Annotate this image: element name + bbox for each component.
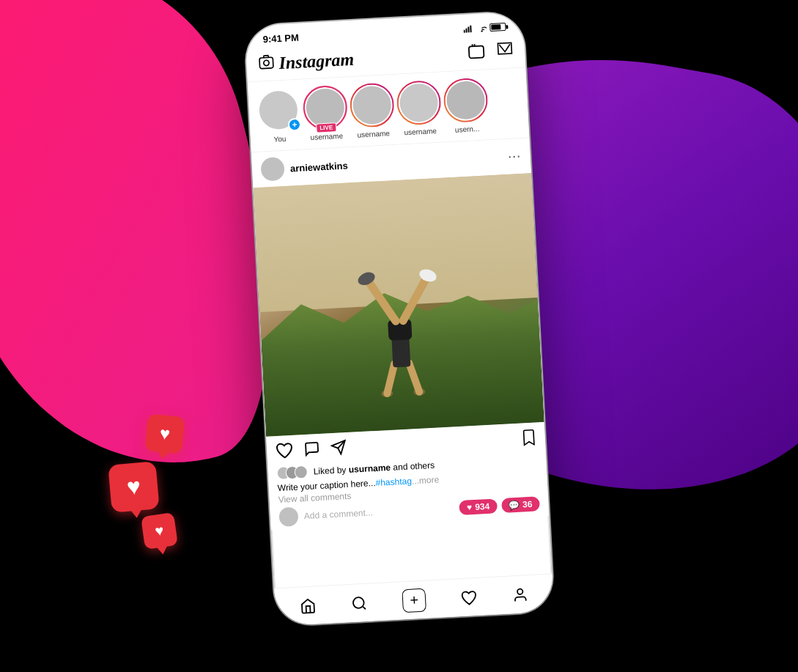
svg-rect-3 — [470, 25, 472, 32]
likes-avatars — [276, 465, 303, 480]
svg-rect-0 — [463, 29, 465, 32]
share-button[interactable] — [330, 439, 347, 460]
svg-line-18 — [401, 278, 429, 321]
phone-screen: 9:41 PM — [244, 12, 553, 627]
story-avatar-live — [305, 88, 345, 128]
story-avatar-wrap-you: + — [255, 87, 301, 133]
heart-icon-large: ♥ — [125, 473, 141, 501]
svg-rect-5 — [259, 57, 273, 69]
story-ring-1 — [349, 82, 395, 128]
likes-count: 934 — [474, 501, 489, 512]
post-actions: Liked by usurname and others Write your … — [266, 422, 549, 531]
story-item-1[interactable]: username — [349, 82, 396, 139]
svg-line-14 — [409, 363, 419, 393]
story-item-3[interactable]: usern... — [442, 77, 489, 134]
story-ring-2 — [396, 80, 442, 126]
nav-search-button[interactable] — [350, 594, 367, 611]
story-item-you[interactable]: + You — [255, 87, 302, 144]
svg-line-17 — [368, 279, 396, 322]
heart-float-medium: ♥ — [145, 414, 185, 454]
story-avatar-wrap-live: LIVE — [302, 84, 348, 130]
phone-device: 9:41 PM — [244, 12, 553, 627]
heart-float-large: ♥ — [108, 461, 159, 512]
story-item-2[interactable]: username — [396, 80, 443, 137]
heart-icon-small: ♥ — [154, 522, 165, 539]
story-label-live: username — [310, 132, 343, 141]
status-time: 9:41 PM — [262, 32, 299, 45]
heart-float-small: ♥ — [141, 512, 178, 550]
svg-rect-1 — [465, 28, 467, 32]
story-avatar-3 — [446, 81, 486, 121]
comment-input[interactable]: Add a comment... — [303, 503, 454, 521]
signal-icon — [463, 25, 474, 33]
svg-point-4 — [481, 30, 483, 32]
nav-home-button[interactable] — [299, 597, 316, 614]
likes-badge: ♥ 934 — [459, 498, 497, 515]
story-avatar-wrap-2 — [396, 80, 442, 126]
action-buttons-left — [275, 439, 347, 463]
engagement-badges: ♥ 934 💬 36 — [459, 496, 539, 515]
story-ring-3 — [442, 77, 488, 123]
camera-icon[interactable] — [257, 53, 274, 75]
nav-heart-button[interactable] — [460, 588, 477, 605]
handstand-figure — [336, 243, 462, 425]
post-user[interactable]: arniewatkins — [260, 153, 348, 181]
hashtag[interactable]: #hashtag — [375, 476, 412, 488]
header-icons — [467, 40, 513, 64]
comment-button[interactable] — [303, 440, 320, 462]
svg-line-24 — [362, 606, 365, 609]
story-avatar-2 — [399, 83, 439, 123]
story-label-you: You — [273, 135, 286, 144]
story-label-2: username — [404, 127, 437, 136]
comments-badge: 💬 36 — [500, 496, 539, 513]
heart-badge-icon: ♥ — [466, 502, 472, 512]
likes-username: usurname — [348, 462, 391, 475]
svg-rect-7 — [468, 45, 484, 58]
svg-point-6 — [263, 60, 269, 66]
igtv-icon[interactable] — [467, 42, 485, 64]
story-avatar-wrap-3 — [442, 77, 488, 123]
nav-profile-button[interactable] — [511, 586, 528, 603]
mini-avatar-3 — [294, 465, 308, 479]
status-icons — [463, 23, 506, 33]
svg-rect-2 — [468, 26, 469, 32]
more-button[interactable]: ...more — [411, 474, 439, 486]
nav-add-button[interactable]: + — [402, 588, 426, 613]
logo-area: Instagram — [257, 49, 354, 75]
comment-badge-icon: 💬 — [508, 500, 520, 511]
story-label-1: username — [357, 129, 390, 139]
svg-point-25 — [517, 588, 522, 594]
story-avatar-wrap-1 — [349, 82, 395, 128]
post-avatar — [260, 157, 285, 182]
like-button[interactable] — [275, 442, 293, 463]
story-label-3: usern... — [454, 125, 479, 134]
instagram-logo: Instagram — [278, 50, 354, 73]
svg-line-13 — [385, 363, 396, 394]
battery-icon — [489, 23, 506, 32]
svg-point-23 — [352, 597, 363, 608]
add-story-button[interactable]: + — [287, 118, 301, 132]
comment-avatar — [278, 507, 298, 527]
wifi-icon — [476, 24, 487, 32]
likes-text: Liked by usurname and others — [313, 460, 435, 477]
post-username: arniewatkins — [289, 160, 347, 174]
bookmark-button[interactable] — [521, 428, 537, 451]
heart-icon-medium: ♥ — [159, 423, 171, 444]
story-avatar-1 — [352, 85, 392, 125]
dm-icon[interactable] — [496, 41, 513, 62]
story-item-live[interactable]: LIVE username — [302, 84, 349, 141]
post-more-button[interactable]: ⋯ — [507, 148, 522, 165]
live-badge: LIVE — [316, 122, 336, 133]
post-image — [253, 173, 544, 436]
comments-count: 36 — [522, 499, 532, 510]
